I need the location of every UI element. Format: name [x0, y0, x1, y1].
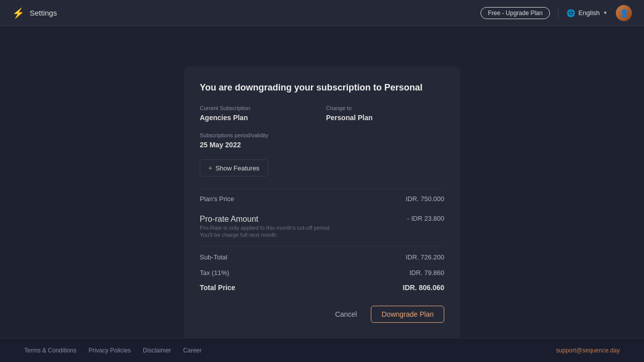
pro-rate-label-block: Pro-rate Amount Pro-Rate is only applied… [200, 215, 331, 238]
avatar-initials: 👤 [620, 9, 628, 17]
header-divider [558, 7, 558, 19]
current-subscription-label: Current Subscription [200, 105, 318, 111]
footer-links: Terms & Conditions Privacy Policies Disc… [24, 347, 202, 354]
show-features-label: Show Features [215, 164, 259, 172]
footer: Terms & Conditions Privacy Policies Disc… [0, 338, 644, 362]
change-to-label: Change to [326, 105, 444, 111]
subtotal-label: Sub-Total [200, 253, 227, 261]
action-buttons: Cancel Downgrade Plan [200, 306, 444, 323]
period-block: Subscriptions period/validity 25 May 202… [200, 132, 444, 149]
pro-rate-desc1: Pro-Rate is only applied to this month's… [200, 225, 331, 231]
header-right: Free - Upgrade Plan 🌐 English ▼ 👤 [480, 5, 632, 21]
disclaimer-link[interactable]: Disclaimer [143, 347, 171, 354]
terms-link[interactable]: Terms & Conditions [24, 347, 76, 354]
tax-row: Tax (11%) IDR. 79.860 [200, 266, 444, 280]
subtotal-value: IDR. 726.200 [406, 253, 444, 261]
price-divider [200, 246, 444, 246]
pro-rate-row: Pro-rate Amount Pro-Rate is only applied… [200, 209, 444, 244]
header: ⚡ Settings Free - Upgrade Plan 🌐 English… [0, 0, 644, 26]
language-label: English [578, 9, 600, 17]
change-to-value: Personal Plan [326, 114, 373, 122]
current-subscription-value: Agencies Plan [200, 114, 248, 122]
plans-price-row: Plan's Price IDR. 750.000 [200, 189, 444, 209]
career-link[interactable]: Career [183, 347, 202, 354]
header-title: Settings [30, 9, 57, 17]
tax-label: Tax (11%) [200, 269, 229, 277]
plans-price-label: Plan's Price [200, 195, 234, 203]
pro-rate-value: - IDR 23.800 [407, 215, 444, 222]
privacy-link[interactable]: Privacy Policies [89, 347, 131, 354]
subscription-info-grid: Current Subscription Agencies Plan Chang… [200, 105, 444, 122]
total-label: Total Price [200, 284, 235, 292]
show-features-button[interactable]: + Show Features [200, 159, 268, 176]
header-left: ⚡ Settings [12, 7, 57, 19]
card-title: You are downgrading your subscription to… [200, 82, 444, 93]
plus-icon: + [208, 164, 212, 172]
logo-icon: ⚡ [12, 7, 25, 19]
total-row: Total Price IDR. 806.060 [200, 280, 444, 296]
support-email[interactable]: support@sequence.day [556, 347, 620, 354]
pro-rate-label: Pro-rate Amount [200, 215, 331, 224]
total-value: IDR. 806.060 [403, 284, 445, 292]
change-to-block: Change to Personal Plan [326, 105, 444, 122]
globe-icon: 🌐 [567, 9, 575, 17]
downgrade-button[interactable]: Downgrade Plan [371, 306, 444, 323]
avatar[interactable]: 👤 [616, 5, 632, 21]
tax-value: IDR. 79.860 [410, 269, 444, 277]
main-content: You are downgrading your subscription to… [0, 26, 644, 338]
price-section: Plan's Price IDR. 750.000 Pro-rate Amoun… [200, 189, 444, 296]
subtotal-row: Sub-Total IDR. 726.200 [200, 248, 444, 266]
period-label: Subscriptions period/validity [200, 132, 444, 138]
chevron-down-icon: ▼ [603, 10, 608, 16]
pro-rate-desc2: You'll be charge full next month. [200, 232, 331, 238]
language-selector[interactable]: 🌐 English ▼ [567, 9, 608, 17]
period-value: 25 May 2022 [200, 141, 241, 149]
upgrade-plan-button[interactable]: Free - Upgrade Plan [480, 7, 550, 19]
current-subscription-block: Current Subscription Agencies Plan [200, 105, 318, 122]
cancel-button[interactable]: Cancel [327, 306, 365, 323]
downgrade-card: You are downgrading your subscription to… [184, 66, 460, 339]
plans-price-value: IDR. 750.000 [406, 195, 444, 203]
